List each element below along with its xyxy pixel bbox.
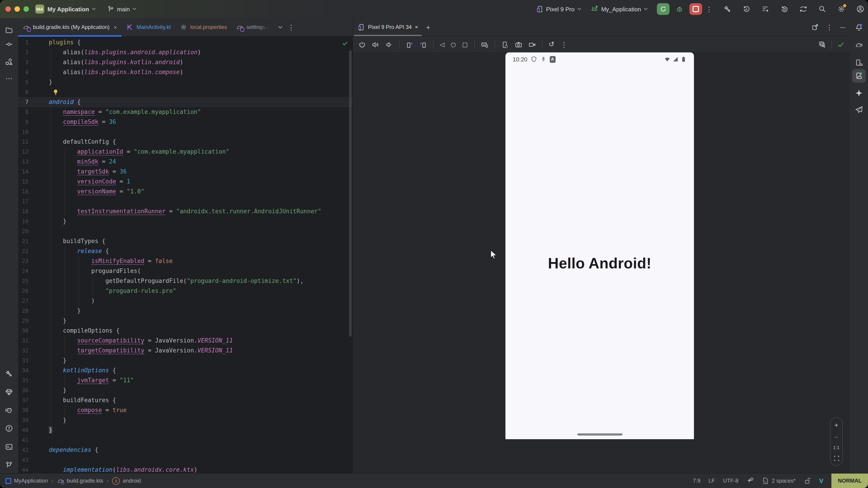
editor-tab-local-properties[interactable]: local.properties	[176, 18, 232, 36]
breadcrumb-element[interactable]: λ android	[112, 477, 141, 485]
keyboard-input-icon[interactable]	[481, 41, 488, 48]
unlocked-icon[interactable]	[804, 477, 811, 484]
settings-button[interactable]	[837, 5, 845, 13]
gutter-line-number[interactable]: 8	[18, 107, 49, 117]
add-device-tab-button[interactable]: +	[426, 23, 430, 31]
device-mirroring-button[interactable]	[799, 5, 807, 13]
more-tool-windows-button[interactable]: ⋯	[5, 74, 13, 83]
back-icon[interactable]: ◁	[440, 41, 444, 47]
tab-options-button[interactable]: ⋮	[288, 24, 294, 31]
maximize-window-button[interactable]	[24, 6, 29, 12]
line-separator-widget[interactable]: LF	[709, 478, 715, 484]
gutter-line-number[interactable]: 38	[18, 405, 49, 415]
gutter-line-number[interactable]: 6	[18, 87, 49, 97]
close-tab-button[interactable]: ×	[114, 24, 117, 31]
emulator-screen[interactable]: 10:20 A Hello Android!	[505, 53, 694, 439]
notifications-tool-button[interactable]	[855, 24, 863, 32]
gutter-line-number[interactable]: 24	[18, 266, 49, 276]
build-button[interactable]	[723, 5, 732, 13]
layout-inspector-icon[interactable]	[819, 41, 826, 48]
gutter-line-number[interactable]: 7	[18, 97, 49, 107]
more-run-actions-button[interactable]: ⋮	[706, 6, 712, 12]
project-tool-button[interactable]	[5, 26, 13, 34]
screen-record-icon[interactable]	[528, 41, 535, 48]
gutter-line-number[interactable]: 35	[18, 376, 49, 385]
gutter-line-number[interactable]: 23	[18, 256, 49, 266]
project-selector[interactable]: My Application	[48, 6, 96, 12]
gutter-line-number[interactable]: 37	[18, 395, 49, 405]
reset-icon[interactable]: ↺	[549, 41, 554, 48]
gutter-line-number[interactable]: 5	[18, 77, 49, 87]
power-icon[interactable]	[359, 41, 366, 48]
zoom-in-button[interactable]: +	[834, 422, 838, 428]
vcs-branch-selector[interactable]: main	[107, 5, 136, 13]
hide-panel-button[interactable]: —	[840, 24, 845, 30]
gutter-line-number[interactable]: 2	[18, 47, 49, 57]
gutter-line-number[interactable]: 10	[18, 127, 49, 137]
zoom-fit-icon[interactable]	[833, 455, 839, 461]
gutter-line-number[interactable]: 4	[18, 67, 49, 77]
device-settings-icon[interactable]	[501, 41, 508, 48]
gutter-line-number[interactable]: 28	[18, 306, 49, 316]
device-manager-tool-button[interactable]	[855, 59, 863, 67]
gutter-line-number[interactable]: 27	[18, 296, 49, 306]
hidden-tabs-chevron-icon[interactable]	[278, 26, 282, 29]
panel-options-button[interactable]: ⋮	[826, 24, 833, 31]
minimize-window-button[interactable]	[14, 6, 20, 12]
commit-tool-button[interactable]	[5, 40, 13, 48]
intention-bulb-icon[interactable]	[53, 89, 59, 95]
device-tab[interactable]: Pixel 9 Pro API 34 ×	[353, 18, 423, 36]
gutter-line-number[interactable]: 12	[18, 147, 49, 157]
gutter-line-number[interactable]: 36	[18, 385, 49, 395]
gutter-line-number[interactable]: 14	[18, 167, 49, 177]
sync-project-button[interactable]: A	[742, 5, 750, 13]
profiler-button[interactable]	[761, 5, 770, 13]
zoom-out-button[interactable]: −	[835, 433, 838, 440]
apply-changes-button[interactable]	[780, 5, 788, 13]
rotate-left-icon[interactable]	[406, 41, 413, 48]
gutter-line-number[interactable]: 42	[18, 445, 49, 455]
breadcrumb-file[interactable]: build.gradle.kts	[57, 477, 103, 484]
encoding-widget[interactable]: UTF-8	[723, 478, 739, 484]
gutter-line-number[interactable]: 21	[18, 236, 49, 246]
build-tool-button[interactable]	[5, 369, 13, 378]
resource-manager-tool-button[interactable]	[5, 58, 13, 66]
close-window-button[interactable]	[5, 6, 11, 12]
ideavim-icon[interactable]: V	[819, 477, 824, 484]
breadcrumb-project[interactable]: MyApplication	[5, 478, 48, 484]
gemini-tool-button[interactable]	[855, 89, 863, 97]
zoom-reset-button[interactable]: 1:1	[833, 445, 839, 450]
gutter-line-number[interactable]: 13	[18, 157, 49, 167]
gradle-tool-button[interactable]	[855, 41, 863, 49]
gutter-line-number[interactable]: 9	[18, 117, 49, 127]
plane-tool-button[interactable]	[855, 106, 863, 114]
problems-tool-button[interactable]	[5, 424, 13, 432]
run-configuration-selector[interactable]: My_Application	[590, 5, 648, 13]
stop-button[interactable]	[689, 3, 702, 15]
home-icon[interactable]: ○	[451, 41, 456, 47]
gutter-line-number[interactable]: 16	[18, 187, 49, 197]
inspections-ok-icon[interactable]	[342, 40, 348, 46]
gutter-line-number[interactable]: 11	[18, 137, 49, 147]
search-everywhere-button[interactable]	[818, 5, 827, 13]
editor-tab-mainactivity-kt[interactable]: MainActivity.kt	[122, 18, 176, 36]
terminal-tool-button[interactable]	[5, 443, 13, 451]
gutter-line-number[interactable]: 3	[18, 57, 49, 67]
gutter-line-number[interactable]: 31	[18, 336, 49, 346]
version-control-tool-button[interactable]	[5, 461, 13, 469]
device-selector[interactable]: Pixel 9 Pro	[536, 5, 581, 13]
gutter-line-number[interactable]: 17	[18, 197, 49, 206]
overview-icon[interactable]: □	[462, 41, 468, 47]
emulator-more-button[interactable]: ⋮	[561, 41, 567, 48]
profiler-tool-button[interactable]	[5, 406, 13, 414]
rotate-right-icon[interactable]	[420, 41, 427, 48]
running-devices-tool-button[interactable]	[852, 69, 866, 83]
indent-widget[interactable]: 2 spaces*	[762, 477, 796, 484]
gutter-line-number[interactable]: 22	[18, 246, 49, 256]
editor-tab-settings-g[interactable]: settings.g	[231, 18, 274, 36]
gutter-line-number[interactable]: 1	[18, 37, 49, 47]
app-quality-insights-tool-button[interactable]	[5, 388, 13, 396]
gutter-line-number[interactable]: 25	[18, 276, 49, 286]
gutter-line-number[interactable]: 15	[18, 177, 49, 187]
gutter-line-number[interactable]: 44	[18, 465, 49, 474]
